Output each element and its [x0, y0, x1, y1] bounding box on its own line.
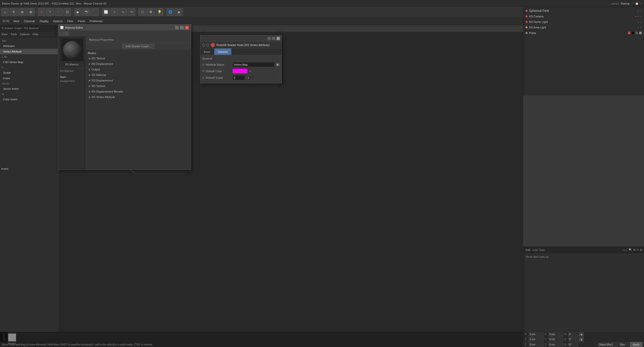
rs-tab-general[interactable]: General: [214, 49, 231, 55]
node-rs-vertex-attribute[interactable]: ▶ RS Vertex Attribute: [86, 94, 191, 100]
lock-icon3[interactable]: ✓: [640, 21, 642, 23]
size-dropdown[interactable]: Size: [619, 342, 629, 346]
left-menu-options[interactable]: Options: [20, 33, 29, 36]
sub-menu-cameras[interactable]: Cameras: [22, 20, 37, 23]
node-rs-displacement-1[interactable]: ▶ RS Displacement: [86, 61, 191, 67]
z-btn[interactable]: Z: [55, 8, 63, 16]
rs-color-edit-icon[interactable]: ✏: [249, 70, 251, 73]
rs-scalar-extra[interactable]: 1: [247, 75, 254, 80]
rb-icon2[interactable]: △: [626, 248, 628, 251]
rs-scalar-value[interactable]: 0: [232, 75, 245, 80]
help-icon[interactable]: ?: [633, 2, 634, 5]
node-output[interactable]: ▶ Output: [86, 67, 191, 72]
node-rs-material[interactable]: ▶ RS Material: [86, 72, 191, 78]
check-icon3[interactable]: ✓: [637, 21, 639, 23]
obj-btn[interactable]: ⊞: [27, 8, 35, 16]
object-rs-dome-light[interactable]: RS Dome Light ✓ ✓: [524, 19, 644, 25]
object-spherical-field[interactable]: Spherical Field ✓ ✓: [524, 8, 644, 14]
material-editor-minimize-btn[interactable]: ─: [175, 26, 179, 30]
lock-icon[interactable]: ✓: [640, 10, 642, 12]
material-editor-close-btn[interactable]: ✕: [185, 26, 189, 30]
rb-icon6[interactable]: ⊠: [640, 248, 642, 251]
right-bottom-edit[interactable]: Edit: [526, 248, 530, 251]
sub-menu-filter[interactable]: Filter: [65, 20, 75, 23]
scene-btn[interactable]: 🌐: [166, 8, 174, 16]
object-rs-camera[interactable]: RS Camera ● ✓ ✓: [524, 14, 644, 19]
apply-button[interactable]: Apply: [630, 342, 642, 347]
check-icon4[interactable]: ✓: [637, 26, 639, 29]
node-rs-texture-1[interactable]: ▶ RS Texture: [86, 56, 191, 61]
object-rel-dropdown[interactable]: Object (Rel.): [598, 342, 618, 346]
cube-btn[interactable]: ⬜: [102, 8, 110, 16]
move-btn[interactable]: ✛: [10, 8, 18, 16]
rs-material-swatch[interactable]: [8, 333, 16, 341]
t-btn[interactable]: ⊡: [63, 8, 71, 16]
mat-toolbar-btn1[interactable]: ⬛: [59, 31, 64, 36]
attr-c4d-vertex-map[interactable]: C4D Vertex Map: [0, 59, 59, 65]
mat-main-tab[interactable]: Main · · · ·: [59, 75, 85, 79]
sphere-btn[interactable]: ○: [110, 8, 118, 16]
lock-icon4[interactable]: ✓: [640, 26, 642, 29]
rb-icon5[interactable]: ⊡: [636, 248, 639, 251]
coord-p-val[interactable]: 0°: [568, 337, 578, 341]
rb-icon3[interactable]: 🔍: [629, 248, 632, 251]
attr-vector-invert[interactable]: Vector Invert: [0, 86, 59, 92]
check-icon[interactable]: ✓: [637, 10, 639, 12]
coord-y-val1[interactable]: 0 cm: [529, 337, 544, 341]
sub-menu-panel[interactable]: Panel: [76, 20, 87, 23]
x-btn[interactable]: ✕: [37, 8, 46, 16]
node-rs-texture-2[interactable]: ▶ RS Texture: [86, 83, 191, 89]
attr-scalar[interactable]: Scalar: [0, 70, 59, 75]
cam-btn[interactable]: 📷: [83, 8, 91, 16]
edit-shader-graph-btn[interactable]: Edit Shader Graph...: [123, 44, 154, 49]
y-btn[interactable]: Y: [46, 8, 54, 16]
deform-btn[interactable]: ⬡: [138, 8, 146, 16]
left-menu-tools[interactable]: Tools: [11, 33, 17, 36]
sub-menu-view[interactable]: View: [11, 20, 21, 23]
object-rs-area-light[interactable]: RS Area Light ✓ ✓: [524, 25, 644, 30]
coord-y-btn[interactable]: ▲: [579, 337, 584, 341]
rs-arrow-btn-attr[interactable]: ▶: [276, 63, 279, 66]
lock-icon2[interactable]: ✓: [640, 15, 642, 18]
material-editor-maximize-btn[interactable]: □: [180, 26, 184, 30]
sub-menu-display[interactable]: Display: [37, 20, 51, 23]
eff-btn[interactable]: ⚙: [147, 8, 155, 16]
rs-value-attr-name[interactable]: Vertex Map: [232, 62, 274, 67]
node-rs-displacement-2[interactable]: ▶ RS Displacement: [86, 78, 191, 83]
attr-color-invert[interactable]: Color Invert: [0, 97, 59, 102]
rs-dialog-close-btn[interactable]: ✕: [276, 37, 280, 40]
coord-h-val[interactable]: 0°: [568, 332, 578, 336]
rb-icon1[interactable]: ◁: [623, 248, 625, 251]
mat-toolbar-btn2[interactable]: ⬚: [64, 31, 69, 36]
attr-invert[interactable]: Invert: [0, 75, 59, 81]
spline-btn[interactable]: 〜: [128, 8, 136, 16]
coord-y-val2[interactable]: 0 cm: [548, 337, 564, 341]
render-btn[interactable]: ▶: [74, 8, 82, 16]
layout-value[interactable]: Startup: [621, 2, 629, 5]
coord-z-val1[interactable]: 0 cm: [529, 342, 544, 346]
attr-vertex-attribute[interactable]: Vertex Attribute: [0, 49, 59, 54]
home-btn[interactable]: ⌂: [1, 8, 9, 16]
object-plane[interactable]: Plane: [524, 30, 644, 36]
mat-assignment-tab[interactable]: Assignment: [59, 79, 85, 83]
mat-btn[interactable]: ◈: [175, 8, 183, 16]
add-btn[interactable]: ⊕: [18, 8, 26, 16]
coord-z-val2[interactable]: 0 cm: [548, 342, 564, 346]
left-menu-help[interactable]: Help: [32, 33, 38, 36]
check-icon2[interactable]: ✓: [637, 15, 639, 18]
rs-dialog-minimize-btn[interactable]: ─: [267, 37, 271, 40]
coord-x-btn[interactable]: ▲: [579, 332, 584, 336]
render2-btn[interactable]: ⬛: [91, 8, 99, 16]
sub-menu-options[interactable]: Options: [51, 20, 65, 23]
rb-icon4[interactable]: ⊞: [633, 248, 635, 251]
coord-x-val1[interactable]: 0 cm: [529, 332, 544, 336]
rs-color-swatch[interactable]: [232, 69, 248, 74]
attr-attributes[interactable]: Attributes: [0, 43, 59, 49]
rs-dialog-maximize-btn[interactable]: □: [272, 37, 275, 40]
rs-tab-basic[interactable]: Basic: [200, 49, 214, 55]
sub-menu-prorender[interactable]: ProRender: [88, 20, 105, 23]
coord-x-val2[interactable]: 0 cm: [548, 332, 564, 336]
nurbs-btn[interactable]: ∿: [119, 8, 127, 16]
share-icon[interactable]: ↗: [640, 2, 642, 5]
node-rs-displacement-blender[interactable]: ▶ RS Displacement Blender: [86, 89, 191, 94]
